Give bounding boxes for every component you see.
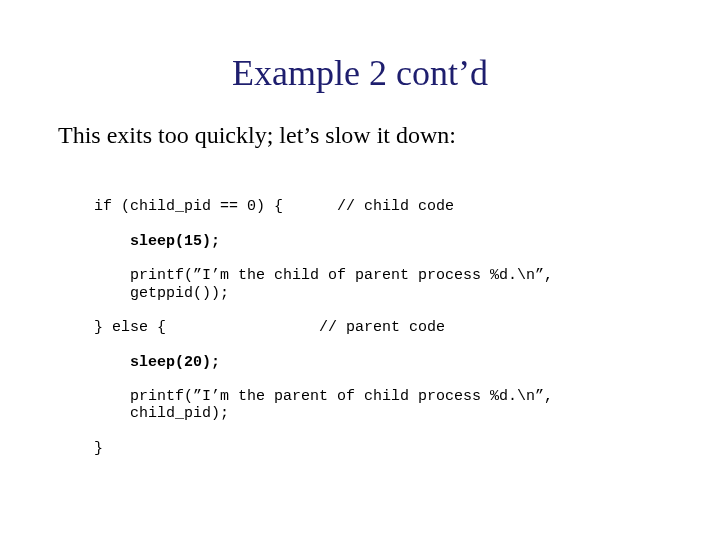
code-line-if: if (child_pid == 0) { // child code — [94, 198, 454, 215]
code-line-else: } else { // parent code — [94, 319, 445, 336]
code-else: } else { — [94, 319, 166, 336]
code-line-printf-child: printf(”I’m the child of parent process … — [94, 267, 553, 301]
code-comment-child: // child code — [283, 198, 454, 215]
slide-title: Example 2 cont’d — [0, 0, 720, 94]
code-line-sleep20: sleep(20); — [94, 354, 220, 371]
slide: Example 2 cont’d This exits too quickly;… — [0, 0, 720, 540]
code-if: if (child_pid == 0) { — [94, 198, 283, 215]
code-line-sleep15: sleep(15); — [94, 233, 220, 250]
code-block: if (child_pid == 0) { // child code slee… — [0, 149, 720, 474]
code-line-printf-parent: printf(”I’m the parent of child process … — [94, 388, 553, 422]
code-comment-parent: // parent code — [166, 319, 445, 336]
code-line-endbrace: } — [94, 440, 103, 457]
slide-subtitle: This exits too quickly; let’s slow it do… — [0, 94, 720, 149]
